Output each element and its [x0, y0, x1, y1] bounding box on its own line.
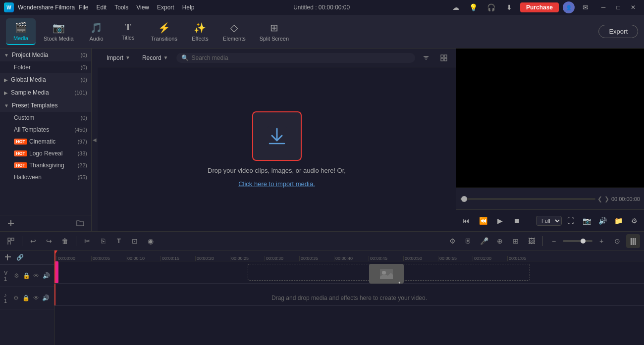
folder-item[interactable]: Folder (0) [0, 61, 91, 73]
toolbar-media[interactable]: 🎬 Media [6, 18, 36, 45]
layout-button[interactable] [4, 234, 18, 248]
rewind-button[interactable]: ⏪ [476, 214, 490, 228]
video-track-lock[interactable]: 🔒 [22, 271, 30, 281]
redo-button[interactable]: ↪ [42, 234, 56, 248]
prev-frame-button[interactable]: ⏮ [459, 214, 473, 228]
sample-media-count: (101) [74, 90, 87, 96]
preset-templates-header[interactable]: ▼ Preset Templates [0, 99, 91, 112]
timeline-extra-button[interactable]: ||| [626, 234, 640, 248]
merge-button[interactable]: ⊕ [493, 234, 507, 248]
mark-button[interactable]: ◉ [144, 234, 158, 248]
headset-icon[interactable]: 🎧 [484, 2, 498, 13]
add-layer-button[interactable] [3, 252, 13, 262]
audio-track-lock[interactable]: 🔒 [22, 293, 30, 303]
timeline-image-button[interactable]: 🖼 [525, 234, 538, 248]
custom-template-item[interactable]: Custom (0) [0, 112, 91, 124]
menu-file[interactable]: File [79, 4, 88, 11]
toolbar-transitions[interactable]: ⚡ Transitions [145, 19, 183, 45]
maximize-button[interactable]: □ [611, 2, 625, 13]
audio-track-eye[interactable]: 👁 [32, 293, 40, 303]
toolbar-effects[interactable]: ✨ Effects [185, 19, 215, 45]
zoom-in-button[interactable]: + [594, 234, 608, 248]
mic-button[interactable]: 🎤 [477, 234, 491, 248]
menu-tools[interactable]: Tools [114, 4, 128, 11]
video-track-volume[interactable]: 🔊 [42, 271, 50, 281]
ruler-mark-5: 00:00:25 [230, 256, 265, 261]
cinematic-item[interactable]: HOT Cinematic (97) [0, 136, 91, 148]
snapshot-button[interactable]: 📷 [580, 214, 593, 228]
menu-export[interactable]: Export [157, 4, 174, 11]
fit-button[interactable]: ⊙ [610, 234, 624, 248]
title-bar-right: ☁ 💡 🎧 ⬇ Purchase 👤 ✉ ─ □ ✕ [449, 1, 640, 13]
custom-label: Custom [14, 114, 34, 121]
user-avatar[interactable]: 👤 [563, 1, 575, 13]
elements-label: Elements [223, 36, 246, 42]
undo-button[interactable]: ↩ [26, 234, 40, 248]
audio-track-volume[interactable]: 🔊 [42, 293, 50, 303]
purchase-button[interactable]: Purchase [520, 2, 559, 12]
cloud-icon[interactable]: ☁ [449, 2, 463, 13]
audio-track-header: ♪ 1 ⚙ 🔒 👁 🔊 [0, 287, 54, 309]
toolbar-audio[interactable]: 🎵 Audio [82, 19, 111, 45]
project-media-count: (0) [81, 52, 87, 58]
play-button[interactable]: ▶ [493, 214, 507, 228]
stop-button[interactable]: ⏹ [510, 214, 524, 228]
all-templates-item[interactable]: All Templates (450) [0, 124, 91, 136]
sample-media-header[interactable]: ▶ Sample Media (101) [0, 86, 91, 99]
minimize-button[interactable]: ─ [596, 2, 610, 13]
video-track-settings[interactable]: ⚙ [12, 271, 20, 281]
link-button[interactable]: 🔗 [15, 252, 25, 262]
audio-track-settings[interactable]: ⚙ [12, 293, 20, 303]
folder-button[interactable] [73, 217, 87, 229]
toolbar-split[interactable]: ⊞ Split Screen [254, 19, 295, 45]
toolbar-titles[interactable]: T Titles [113, 19, 143, 44]
timeline-settings-button[interactable]: ⚙ [445, 234, 459, 248]
video-track-eye[interactable]: 👁 [32, 271, 40, 281]
quality-select[interactable]: Full 1/2 1/4 [536, 216, 562, 226]
download-icon[interactable]: ⬇ [502, 2, 516, 13]
timeline-grid-button[interactable]: ⊞ [509, 234, 523, 248]
menu-view[interactable]: View [136, 4, 149, 11]
thanksgiving-item[interactable]: HOT Thanksgiving (22) [0, 159, 91, 171]
close-button[interactable]: ✕ [626, 2, 640, 13]
bulb-icon[interactable]: 💡 [467, 2, 481, 13]
cut-button[interactable]: ✂ [80, 234, 94, 248]
zoom-out-button[interactable]: − [547, 234, 561, 248]
project-media-chevron: ▼ [4, 52, 9, 58]
ruler-mark-11: 00:00:55 [438, 256, 473, 261]
save-preview-button[interactable]: 📁 [611, 214, 625, 228]
zoom-slider[interactable] [563, 240, 592, 242]
ruler-mark-6: 00:00:30 [265, 256, 299, 261]
delete-button[interactable]: 🗑 [58, 234, 72, 248]
volume-button[interactable]: 🔊 [595, 214, 609, 228]
copy-button[interactable]: ⎘ [96, 234, 110, 248]
record-button[interactable]: Record ▼ [138, 52, 172, 63]
toolbar-elements[interactable]: ◇ Elements [217, 19, 252, 45]
main-content: ▼ Project Media (0) Folder (0) ▶ Global … [0, 49, 644, 231]
split-clip-button[interactable]: ⊡ [128, 234, 142, 248]
preview-settings-button[interactable]: ⚙ [627, 214, 641, 228]
panel-collapse-handle[interactable]: ◀ [92, 49, 98, 231]
global-media-header[interactable]: ▶ Global Media (0) [0, 73, 91, 86]
drop-text: Drop your video clips, images, or audio … [208, 167, 346, 174]
text-button[interactable]: T [112, 234, 126, 248]
toolbar-stock[interactable]: 📷 Stock Media [38, 19, 80, 45]
shield-button[interactable]: ⛨ [461, 234, 475, 248]
logo-reveal-item[interactable]: HOT Logo Reveal (38) [0, 148, 91, 159]
menu-help[interactable]: Help [182, 4, 195, 11]
notification-icon[interactable]: ✉ [579, 2, 592, 13]
add-new-button[interactable] [4, 217, 18, 229]
search-input[interactable] [192, 54, 410, 61]
import-button[interactable]: Import ▼ [103, 52, 134, 63]
project-media-header[interactable]: ▼ Project Media (0) [0, 49, 91, 61]
menu-edit[interactable]: Edit [97, 4, 107, 11]
halloween-item[interactable]: Halloween (55) [0, 171, 91, 183]
transitions-icon: ⚡ [158, 22, 170, 34]
seek-bar[interactable] [460, 198, 595, 200]
fullscreen-button[interactable]: ⛶ [564, 214, 578, 228]
export-button[interactable]: Export [598, 25, 638, 38]
filter-button[interactable] [419, 51, 433, 65]
import-link[interactable]: Click here to import media. [238, 180, 315, 188]
grid-view-button[interactable] [437, 51, 451, 65]
drag-thumbnail[interactable] [369, 264, 404, 284]
